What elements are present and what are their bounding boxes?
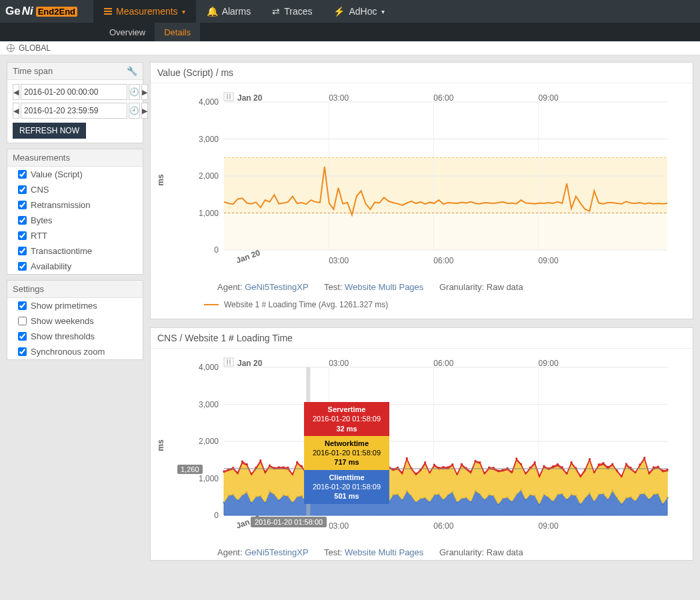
- measurement-item[interactable]: Bytes: [7, 213, 143, 228]
- svg-point-327: [579, 475, 581, 477]
- svg-text:Jan 20: Jan 20: [237, 93, 263, 103]
- measurement-item[interactable]: Retransmission: [7, 197, 143, 213]
- svg-point-310: [502, 469, 504, 471]
- chart-canvas[interactable]: 01,0002,0003,0004,000Jan 20Jan 2003:0003…: [191, 355, 671, 542]
- refresh-button[interactable]: REFRESH NOW: [13, 123, 86, 139]
- svg-text:2,000: 2,000: [199, 171, 219, 181]
- svg-point-309: [497, 469, 499, 471]
- agent-link[interactable]: GeNi5TestingXP: [245, 282, 308, 292]
- checkbox[interactable]: [18, 185, 27, 194]
- svg-text:06:00: 06:00: [433, 93, 453, 103]
- svg-point-300: [456, 473, 458, 475]
- svg-rect-24: [224, 93, 233, 101]
- nav-alarms[interactable]: 🔔 Alarms: [196, 0, 262, 23]
- nav-adhoc[interactable]: ⚡ AdHoc ▾: [323, 0, 395, 23]
- svg-text:09:00: 09:00: [539, 93, 559, 103]
- test-link[interactable]: Website Multi Pages: [345, 282, 423, 292]
- test-link[interactable]: Website Multi Pages: [345, 547, 423, 557]
- measurement-item[interactable]: Value (Script): [7, 167, 143, 182]
- svg-point-332: [602, 462, 604, 464]
- tab-overview[interactable]: Overview: [100, 23, 155, 41]
- agent-link[interactable]: GeNi5TestingXP: [245, 547, 308, 557]
- svg-point-299: [451, 463, 453, 465]
- setting-item[interactable]: Synchronous zoom: [7, 344, 143, 359]
- svg-point-339: [634, 471, 636, 473]
- setting-item[interactable]: Show thresholds: [7, 329, 143, 344]
- measurement-item[interactable]: Availability: [7, 259, 143, 274]
- nav-traces[interactable]: ⇄ Traces: [261, 0, 323, 23]
- svg-point-318: [538, 475, 540, 477]
- checkbox-label: RTT: [31, 231, 47, 241]
- svg-point-307: [488, 466, 490, 468]
- top-nav: GeNiEnd2End Measurements ▾ 🔔 Alarms ⇄ Tr…: [0, 0, 700, 23]
- checkbox[interactable]: [18, 317, 27, 325]
- chart-meta: Agent: GeNi5TestingXP Test: Website Mult…: [151, 542, 693, 560]
- svg-point-306: [483, 472, 485, 474]
- checkbox[interactable]: [18, 301, 27, 310]
- svg-text:3,000: 3,000: [199, 135, 219, 144]
- checkbox-label: Value (Script): [31, 169, 83, 179]
- time-prev-button[interactable]: ◀: [13, 103, 19, 119]
- svg-point-342: [648, 471, 650, 473]
- svg-text:09:00: 09:00: [539, 359, 559, 368]
- tab-details[interactable]: Details: [155, 23, 200, 41]
- tooltip: Servertime 2016-01-20 01:58:09 32 ms Net…: [304, 402, 389, 504]
- chart-canvas[interactable]: 01,0002,0003,0004,000Jan 20Jan 2003:0003…: [191, 90, 671, 277]
- svg-point-341: [643, 457, 645, 459]
- checkbox[interactable]: [18, 216, 27, 225]
- svg-text:03:00: 03:00: [329, 256, 349, 265]
- svg-text:2,000: 2,000: [199, 437, 219, 446]
- checkbox[interactable]: [18, 347, 27, 356]
- checkbox[interactable]: [18, 262, 27, 271]
- logo: GeNiEnd2End: [5, 5, 93, 18]
- clock-icon[interactable]: 🕘: [129, 103, 140, 119]
- globe-icon: [7, 44, 15, 52]
- svg-point-313: [515, 457, 517, 459]
- checkbox[interactable]: [18, 170, 27, 179]
- setting-item[interactable]: Show primetimes: [7, 298, 143, 313]
- setting-item[interactable]: Show weekends: [7, 313, 143, 329]
- chevron-down-icon: ▾: [381, 8, 385, 15]
- measurement-item[interactable]: CNS: [7, 182, 143, 197]
- y-axis-label: ms: [156, 174, 165, 185]
- time-from-input[interactable]: [21, 84, 127, 100]
- sidebar: Time span 🔧 ◀ 🕘 ▶ ◀ 🕘 ▶ REFRESH NOW: [7, 62, 143, 569]
- tooltip-server: Servertime 2016-01-20 01:58:09 32 ms: [304, 402, 389, 436]
- svg-point-321: [552, 465, 554, 467]
- svg-point-249: [223, 470, 225, 472]
- time-to-input[interactable]: [21, 103, 127, 119]
- wrench-icon[interactable]: 🔧: [127, 66, 137, 76]
- svg-point-344: [657, 465, 659, 467]
- svg-text:4,000: 4,000: [199, 97, 219, 107]
- nav-measurements[interactable]: Measurements ▾: [93, 0, 196, 23]
- logo-badge: End2End: [36, 7, 77, 17]
- time-next-button[interactable]: ▶: [141, 103, 148, 119]
- checkbox[interactable]: [18, 332, 27, 341]
- svg-point-314: [520, 463, 522, 465]
- svg-rect-0: [224, 102, 667, 157]
- svg-point-334: [611, 463, 613, 465]
- svg-text:Jan 20: Jan 20: [237, 359, 263, 368]
- checkbox[interactable]: [18, 201, 27, 209]
- measurement-item[interactable]: Transactiontime: [7, 243, 143, 259]
- checkbox[interactable]: [18, 247, 27, 255]
- svg-point-303: [470, 471, 472, 473]
- svg-point-257: [259, 459, 261, 461]
- svg-point-329: [589, 458, 591, 460]
- checkbox[interactable]: [18, 231, 27, 240]
- svg-point-264: [291, 473, 293, 475]
- panel-title: Time span: [13, 66, 53, 76]
- chart-legend: Website 1 # Loading Time (Avg. 1261.327 …: [151, 295, 693, 319]
- time-next-button[interactable]: ▶: [141, 84, 148, 100]
- svg-point-325: [570, 461, 572, 463]
- panel-title: Settings: [13, 284, 44, 294]
- sub-nav: Overview Details: [0, 23, 700, 41]
- checkbox-label: Show primetimes: [31, 301, 97, 311]
- time-prev-button[interactable]: ◀: [13, 84, 19, 100]
- svg-point-322: [557, 463, 559, 465]
- clock-icon[interactable]: 🕘: [129, 84, 140, 100]
- bars-icon: [104, 6, 112, 17]
- svg-point-317: [534, 461, 536, 463]
- measurement-item[interactable]: RTT: [7, 228, 143, 243]
- svg-point-253: [241, 461, 243, 463]
